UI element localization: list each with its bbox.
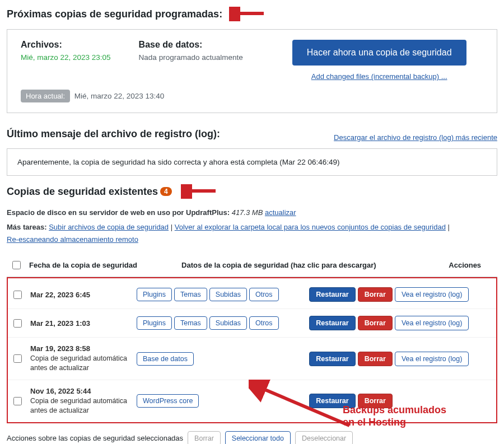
view-log-button[interactable]: Vea el registro (log) (395, 352, 469, 366)
last-log-heading: Último mensaje del archivo de registro (… (7, 128, 220, 140)
scheduled-heading-text: Próximas copias de seguridad programadas… (7, 8, 222, 20)
data-chip[interactable]: Plugins (137, 288, 172, 301)
deselect-button[interactable]: Deseleccionar (295, 431, 353, 444)
current-time-label: Hora actual: (21, 90, 70, 102)
actions-cell: RestaurarBorrarVea el registro (log) (306, 309, 496, 338)
more-tasks-line: Más tareas: Subir archivos de copia de s… (7, 221, 497, 246)
restore-button[interactable]: Restaurar (309, 316, 355, 330)
incremental-backup-link[interactable]: Add changed files (incremental backup) .… (311, 72, 447, 81)
select-all-button[interactable]: Seleccionar todo (225, 431, 291, 444)
upload-backup-link[interactable]: Subir archivos de copia de seguridad (49, 221, 169, 233)
data-chip[interactable]: Otros (249, 288, 279, 301)
disk-usage-value: 417.3 MB (232, 208, 263, 217)
backup-date: Mar 22, 2023 6:45 (27, 281, 133, 309)
disk-usage-label: Espacio de disco en su servidor de web e… (7, 208, 230, 217)
annotation-arrow-icon (181, 184, 220, 199)
backup-data-cell: PluginsTemasSubidasOtros (133, 309, 306, 338)
rescan-remote-link[interactable]: Re-escaneando almacenamiento remoto (7, 233, 138, 246)
scheduled-panel: Archivos: Mié, marzo 22, 2023 23:05 Base… (7, 29, 497, 113)
table-row: Mar 21, 2023 1:03PluginsTemasSubidasOtro… (8, 309, 496, 338)
backup-data-cell: WordPress core (133, 380, 306, 422)
table-row: Mar 19, 2023 8:58Copia de seguridad auto… (8, 338, 496, 380)
refresh-disk-link[interactable]: actualizar (265, 207, 296, 219)
download-log-link[interactable]: Descargar el archivo de registro (log) m… (334, 133, 497, 142)
bulk-actions-bar: Acciones sobre las copias de seguridad s… (7, 431, 497, 444)
data-chip[interactable]: WordPress core (137, 394, 199, 408)
data-chip[interactable]: Temas (174, 316, 207, 330)
table-row: Mar 22, 2023 6:45PluginsTemasSubidasOtro… (8, 281, 496, 309)
more-tasks-label: Más tareas: (7, 223, 47, 231)
backup-table: Fecha de la copia de seguridad Datos de … (7, 254, 497, 277)
row-checkbox[interactable] (13, 319, 22, 328)
data-chip[interactable]: Subidas (209, 316, 247, 330)
select-all-checkbox[interactable] (12, 261, 21, 269)
col-date-header: Fecha de la copia de seguridad (26, 254, 178, 277)
data-chip[interactable]: Temas (174, 288, 207, 301)
restore-button[interactable]: Restaurar (309, 287, 355, 302)
restore-button[interactable]: Restaurar (309, 394, 355, 408)
delete-button[interactable]: Borrar (358, 394, 393, 408)
actions-cell: RestaurarBorrarVea el registro (log) (306, 281, 496, 309)
view-log-button[interactable]: Vea el registro (log) (395, 287, 469, 302)
annotation-arrow-icon (229, 7, 268, 21)
disk-usage-line: Espacio de disco en su servidor de web e… (7, 207, 497, 219)
backup-date: Nov 16, 2022 5:44Copia de seguridad auto… (27, 380, 133, 422)
backup-data-cell: PluginsTemasSubidasOtros (133, 281, 306, 309)
annotation-highlight-box: Mar 22, 2023 6:45PluginsTemasSubidasOtro… (7, 277, 497, 423)
table-row: Nov 16, 2022 5:44Copia de seguridad auto… (8, 380, 496, 422)
files-next-time: Mié, marzo 22, 2023 23:05 (21, 53, 111, 62)
data-chip[interactable]: Base de datos (137, 352, 194, 366)
files-block: Archivos: Mié, marzo 22, 2023 23:05 (21, 40, 111, 81)
rescan-local-link[interactable]: Volver al explorar la carpeta local para… (175, 221, 446, 233)
bulk-delete-button[interactable]: Borrar (188, 431, 221, 444)
existing-heading-text: Copias de seguridad existentes (7, 186, 158, 198)
database-next-time: Nada programado actualmente (139, 53, 243, 62)
actions-cell: RestaurarBorrarVea el registro (log) (306, 338, 496, 380)
database-block: Base de datos: Nada programado actualmen… (139, 40, 243, 81)
backup-date: Mar 21, 2023 1:03 (27, 309, 133, 338)
files-heading: Archivos: (21, 40, 111, 50)
row-checkbox[interactable] (13, 354, 22, 363)
existing-heading: Copias de seguridad existentes 4 (7, 184, 497, 199)
current-time-value: Mié, marzo 22, 2023 13:40 (74, 92, 165, 100)
backup-count-badge: 4 (160, 187, 172, 196)
row-checkbox[interactable] (13, 291, 22, 299)
scheduled-heading: Próximas copias de seguridad programadas… (7, 7, 497, 21)
restore-button[interactable]: Restaurar (309, 352, 355, 366)
log-message: Aparentemente, la copia de seguridad ha … (7, 148, 497, 176)
view-log-button[interactable]: Vea el registro (log) (395, 316, 469, 330)
delete-button[interactable]: Borrar (358, 352, 393, 366)
delete-button[interactable]: Borrar (358, 316, 393, 330)
backup-data-cell: Base de datos (133, 338, 306, 380)
col-actions-header: Acciones (445, 254, 497, 277)
col-data-header: Datos de la copia de seguridad (haz clic… (178, 254, 445, 277)
data-chip[interactable]: Otros (249, 316, 279, 330)
row-checkbox[interactable] (13, 397, 22, 405)
actions-cell: RestaurarBorrar (306, 380, 496, 422)
data-chip[interactable]: Plugins (137, 316, 172, 330)
data-chip[interactable]: Subidas (209, 288, 247, 301)
database-heading: Base de datos: (139, 40, 243, 50)
delete-button[interactable]: Borrar (358, 287, 393, 302)
backup-now-button[interactable]: Hacer ahora una copia de seguridad (292, 40, 466, 66)
backup-date: Mar 19, 2023 8:58Copia de seguridad auto… (27, 338, 133, 380)
bulk-actions-label: Acciones sobre las copias de seguridad s… (7, 434, 183, 442)
